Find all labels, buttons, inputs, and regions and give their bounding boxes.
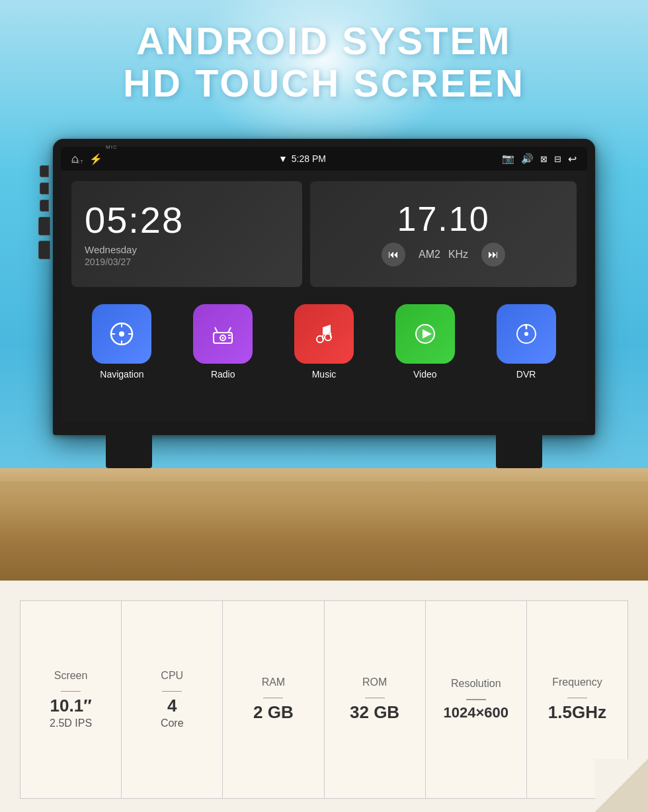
spec-screen-value: 10.1″: [50, 696, 92, 716]
clock-widget: 05:28 Wednesday 2019/03/27: [71, 181, 302, 287]
spec-screen-divider: [61, 691, 81, 692]
clock-time: 05:28: [85, 202, 289, 239]
music-label: Music: [312, 369, 337, 380]
status-bar: ⌂ ⚡ ▼ 5:28 PM 📷 🔊 ⊠ ⊟ ↩: [61, 147, 587, 171]
spec-ram-value: 2 GB: [253, 702, 294, 723]
spec-cpu-sub: Core: [161, 717, 184, 729]
status-right: 📷 🔊 ⊠ ⊟ ↩: [502, 153, 577, 165]
spec-frequency-label: Frequency: [552, 676, 602, 688]
spec-rom: ROM 32 GB: [325, 600, 426, 799]
spec-cpu-divider: [162, 691, 182, 692]
spec-ram-divider: [263, 698, 283, 699]
wifi-icon: ▼: [278, 153, 288, 164]
radio-label: Radio: [211, 369, 235, 380]
back-button[interactable]: [40, 200, 49, 212]
wood-table: [0, 468, 648, 587]
home-side-button[interactable]: [40, 183, 49, 194]
volume-icon[interactable]: 🔊: [521, 153, 534, 165]
music-icon: [294, 304, 354, 364]
spec-resolution-divider: [466, 699, 486, 700]
dvr-label: DVR: [516, 369, 536, 380]
top-widgets: 05:28 Wednesday 2019/03/27 17.10 ⏮ AM2 K…: [71, 181, 577, 287]
app-radio[interactable]: Radio: [193, 304, 253, 380]
spec-cpu: CPU 4 Core: [122, 600, 223, 799]
spec-cpu-value: 4: [167, 696, 177, 716]
radio-band: AM2: [419, 249, 440, 261]
spec-screen-sub: 2.5D IPS: [50, 717, 92, 729]
spec-resolution: Resolution 1024×600: [426, 600, 527, 799]
spec-screen-label: Screen: [54, 670, 88, 682]
radio-controls: ⏮ AM2 KHz ⏭: [382, 243, 505, 266]
power-button[interactable]: [40, 165, 49, 177]
nav-icon: [92, 304, 151, 364]
clock-date: 2019/03/27: [85, 257, 289, 267]
spec-frequency: Frequency 1.5GHz: [527, 600, 628, 799]
video-label: Video: [413, 369, 437, 380]
spec-ram: RAM 2 GB: [223, 600, 324, 799]
spec-rom-divider: [365, 698, 385, 699]
app-dvr[interactable]: DVR: [497, 304, 556, 380]
head-unit-wrapper: MIC RST ⌂ ⚡ ▼ 5:28 PM 📷 🔊 ⊠ ⊟: [53, 139, 595, 435]
video-icon: [395, 304, 455, 364]
nav-label: Navigation: [100, 369, 143, 380]
spec-frequency-divider: [567, 698, 587, 699]
svg-point-20: [524, 332, 528, 336]
screen-icon[interactable]: ⊠: [540, 154, 547, 164]
spec-frequency-value: 1.5GHz: [548, 702, 606, 723]
dvr-icon: [497, 304, 556, 364]
mic-label: MIC: [106, 144, 118, 150]
app-music[interactable]: Music: [294, 304, 354, 380]
title-line2: HD TOUCH SCREEN: [0, 62, 648, 104]
status-center: ▼ 5:28 PM: [278, 153, 326, 164]
app-navigation[interactable]: Navigation: [92, 304, 151, 380]
status-time: 5:28 PM: [292, 153, 326, 164]
camera-icon[interactable]: 📷: [502, 153, 514, 165]
radio-band-info: AM2 KHz: [419, 249, 468, 261]
screen-area: 05:28 Wednesday 2019/03/27 17.10 ⏮ AM2 K…: [61, 171, 587, 422]
vol-down-button[interactable]: [38, 241, 50, 259]
back-nav-icon[interactable]: ↩: [568, 153, 577, 165]
stand-left: [106, 432, 152, 468]
stand-right: [496, 432, 542, 468]
radio-frequency: 17.10: [397, 202, 489, 236]
spec-grid: Screen 10.1″ 2.5D IPS CPU 4 Core RAM 2 G…: [0, 581, 648, 812]
radio-app-icon: [193, 304, 253, 364]
spec-rom-value: 32 GB: [350, 702, 399, 723]
clock-day: Wednesday: [85, 244, 289, 255]
radio-next-button[interactable]: ⏭: [481, 243, 505, 266]
svg-point-1: [119, 331, 124, 337]
usb-icon: ⚡: [89, 153, 102, 165]
spec-screen: Screen 10.1″ 2.5D IPS: [20, 600, 122, 799]
radio-unit: KHz: [448, 249, 468, 261]
title-section: ANDROID SYSTEM HD TOUCH SCREEN: [0, 20, 648, 104]
spec-rom-label: ROM: [362, 676, 387, 688]
radio-prev-button[interactable]: ⏮: [382, 243, 405, 266]
spec-resolution-label: Resolution: [451, 678, 501, 690]
radio-widget: 17.10 ⏮ AM2 KHz ⏭: [310, 181, 577, 287]
svg-line-8: [228, 327, 231, 333]
head-unit: MIC RST ⌂ ⚡ ▼ 5:28 PM 📷 🔊 ⊠ ⊟: [53, 139, 595, 435]
spec-ram-label: RAM: [262, 676, 286, 688]
svg-point-10: [222, 337, 224, 339]
rst-label: RST: [71, 159, 84, 165]
vol-up-button[interactable]: [38, 217, 50, 235]
app-video[interactable]: Video: [395, 304, 455, 380]
title-line1: ANDROID SYSTEM: [0, 20, 648, 62]
cast-icon[interactable]: ⊟: [554, 154, 561, 164]
spec-sheet: Screen 10.1″ 2.5D IPS CPU 4 Core RAM 2 G…: [0, 581, 648, 812]
spec-cpu-label: CPU: [161, 670, 183, 682]
side-buttons: [38, 165, 50, 259]
app-grid: Navigation Radio: [71, 298, 577, 393]
spec-resolution-value: 1024×600: [444, 704, 509, 721]
svg-line-7: [215, 327, 218, 333]
